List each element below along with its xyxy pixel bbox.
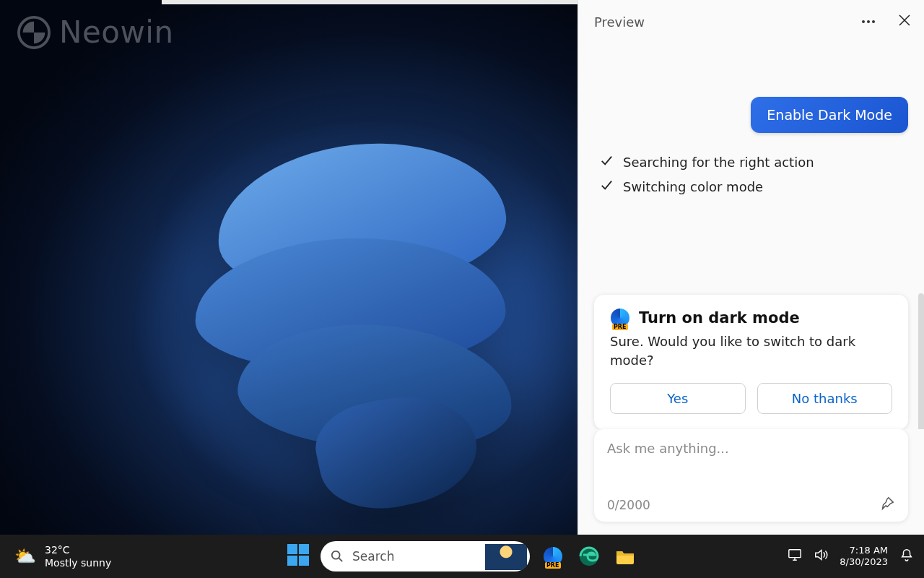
weather-widget[interactable]: ⛅ 32°C Mostly sunny: [0, 543, 111, 569]
copilot-panel: Preview Enable Dark Mode Searching for t…: [578, 0, 924, 535]
display-settings-button[interactable]: [788, 548, 802, 565]
scrollbar[interactable]: [918, 293, 924, 429]
search-box[interactable]: Search: [321, 541, 530, 571]
copilot-taskbar-button[interactable]: PRE: [540, 543, 566, 569]
card-title: Turn on dark mode: [639, 309, 800, 327]
edge-browser-button[interactable]: [576, 543, 602, 569]
panel-header: Preview: [578, 0, 924, 40]
card-body: Sure. Would you like to switch to dark m…: [610, 332, 892, 370]
search-art-icon: [485, 544, 527, 570]
weather-temp: 32°C: [45, 543, 111, 556]
clock-time: 7:18 AM: [850, 545, 888, 556]
taskbar-center: Search PRE: [286, 541, 638, 571]
progress-text: Searching for the right action: [623, 150, 814, 175]
folder-icon: [614, 545, 636, 567]
decorative-strip: [162, 0, 578, 4]
svg-rect-7: [789, 550, 801, 558]
start-button[interactable]: [286, 543, 310, 570]
volume-button[interactable]: [814, 548, 828, 565]
windows-logo-icon: [286, 543, 310, 567]
progress-text: Switching color mode: [623, 175, 763, 199]
char-counter: 0/2000: [607, 498, 650, 512]
pin-icon: [879, 496, 895, 512]
close-icon: [898, 14, 911, 27]
taskbar: ⛅ 32°C Mostly sunny Search PRE: [0, 535, 924, 578]
more-options-button[interactable]: [862, 20, 875, 23]
neowin-watermark: Neowin: [17, 14, 174, 50]
edge-icon: [578, 545, 600, 567]
weather-desc: Mostly sunny: [45, 556, 111, 569]
watermark-text: Neowin: [59, 14, 174, 50]
wallpaper-art: [188, 137, 534, 441]
yes-button[interactable]: Yes: [610, 383, 746, 414]
search-icon: [331, 550, 344, 563]
progress-list: Searching for the right action Switching…: [594, 133, 908, 199]
svg-rect-3: [287, 556, 297, 566]
copilot-pre-icon: PRE: [610, 308, 630, 328]
weather-icon: ⛅: [14, 546, 36, 566]
system-tray: 7:18 AM 8/30/2023: [788, 545, 924, 568]
search-placeholder: Search: [352, 549, 394, 564]
checkmark-icon: [600, 175, 613, 199]
pin-button[interactable]: [879, 496, 895, 514]
conversation-area: Enable Dark Mode Searching for the right…: [578, 40, 924, 429]
panel-title: Preview: [594, 14, 645, 30]
svg-point-5: [332, 551, 340, 559]
notification-button[interactable]: [899, 548, 914, 565]
neowin-logo-icon: [17, 16, 51, 49]
user-message: Enable Dark Mode: [751, 97, 908, 133]
svg-rect-2: [299, 544, 309, 554]
svg-rect-1: [287, 544, 297, 554]
file-explorer-button[interactable]: [612, 543, 638, 569]
clock-date: 8/30/2023: [840, 556, 888, 568]
action-card: PRE Turn on dark mode Sure. Would you li…: [594, 295, 908, 429]
input-placeholder: Ask me anything...: [607, 441, 895, 456]
monitor-icon: [788, 548, 802, 562]
svg-rect-4: [299, 556, 309, 566]
pre-badge: PRE: [612, 324, 628, 330]
progress-item: Switching color mode: [600, 175, 908, 199]
bell-icon: [899, 548, 914, 562]
no-thanks-button[interactable]: No thanks: [757, 383, 893, 414]
clock[interactable]: 7:18 AM 8/30/2023: [840, 545, 888, 568]
progress-item: Searching for the right action: [600, 150, 908, 175]
speaker-icon: [814, 548, 828, 562]
checkmark-icon: [600, 150, 613, 175]
input-box[interactable]: Ask me anything... 0/2000: [594, 429, 908, 522]
close-button[interactable]: [898, 14, 911, 30]
